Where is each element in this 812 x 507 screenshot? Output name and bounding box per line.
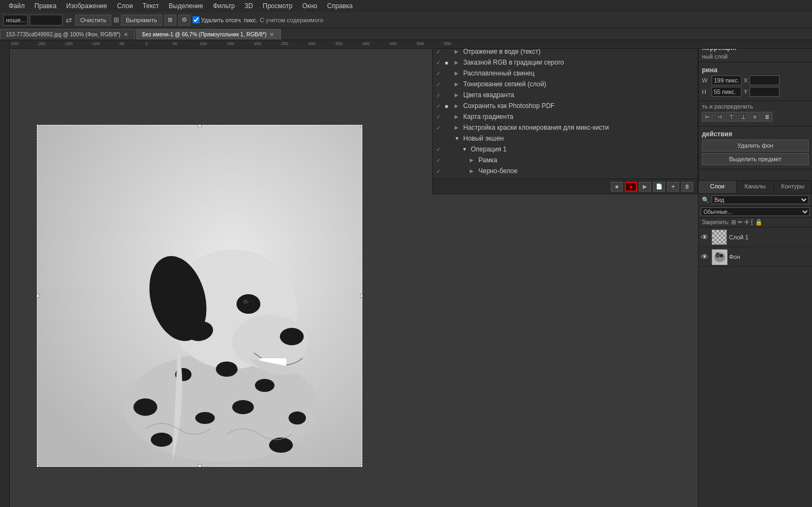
menu-filter[interactable]: Фильтр bbox=[209, 1, 239, 11]
op-item-6[interactable]: ✓ ▶ Тонирование сепией (слой) bbox=[433, 79, 698, 90]
ruler-tick: 100 bbox=[200, 41, 207, 46]
svg-point-10 bbox=[216, 362, 238, 377]
op-item-14[interactable]: ✓ ▶ Черно-белое bbox=[433, 166, 698, 176]
align-bottom-btn[interactable]: ≣ bbox=[762, 112, 772, 122]
actions-section: действия Удалить фон Выделить предмет bbox=[699, 126, 812, 169]
svg-point-12 bbox=[255, 379, 274, 392]
lock-artboard-icon[interactable]: ⟦ bbox=[751, 219, 753, 226]
svg-point-14 bbox=[289, 411, 306, 424]
op-check-13: ✓ bbox=[436, 157, 444, 163]
menu-bar: Файл Правка Изображение Слои Текст Выдел… bbox=[0, 0, 812, 12]
menu-layers[interactable]: Слои bbox=[113, 1, 137, 11]
document-tabs: 153-7735cd049992.jpg @ 100% (Фон, RGB/8*… bbox=[0, 28, 812, 40]
lock-label: Закрепить: bbox=[702, 219, 730, 225]
op-name-12: Операция 1 bbox=[471, 145, 694, 153]
tab-paths[interactable]: Контуры bbox=[774, 181, 812, 193]
delete-action-button[interactable]: 🗑 bbox=[681, 182, 693, 192]
new-action-button[interactable]: 📄 bbox=[653, 182, 665, 192]
lock-pixel-icon[interactable]: ✏ bbox=[738, 219, 743, 226]
layers-filter-row: 🔍 Вид bbox=[699, 194, 812, 206]
layer-item-1[interactable]: 👁 Слой 1 bbox=[699, 227, 812, 247]
ruler-tick: 450 bbox=[389, 41, 397, 46]
layer-item-2[interactable]: 👁 Фон bbox=[699, 247, 812, 267]
select-subject-button[interactable]: Выделить предмет bbox=[702, 153, 809, 165]
ruler-tick: -250 bbox=[10, 41, 18, 46]
blend-mode-select[interactable]: Обычные... bbox=[701, 207, 810, 216]
align-center-btn[interactable]: ⊣ bbox=[714, 112, 725, 122]
ruler-tick: -200 bbox=[37, 41, 46, 46]
handle-bc[interactable] bbox=[197, 465, 202, 467]
menu-edit[interactable]: Правка bbox=[30, 1, 61, 11]
layers-filter-select[interactable]: Вид bbox=[712, 195, 809, 204]
height-field[interactable] bbox=[712, 87, 741, 97]
handle-mr[interactable] bbox=[360, 294, 362, 298]
lock-all-icon[interactable]: 🔒 bbox=[755, 219, 763, 226]
tab-0[interactable]: 153-7735cd049992.jpg @ 100% (Фон, RGB/8*… bbox=[0, 29, 135, 40]
op-expand-6: ▶ bbox=[455, 81, 461, 87]
clear-button[interactable]: Очистить bbox=[75, 15, 111, 26]
tab-layers[interactable]: Слои bbox=[699, 181, 737, 193]
grid2-icon[interactable]: ⊞ bbox=[164, 15, 176, 26]
canvas-container[interactable] bbox=[37, 125, 362, 467]
layer-vis-1[interactable]: 👁 bbox=[701, 233, 709, 242]
width-input[interactable] bbox=[3, 15, 28, 26]
menu-select[interactable]: Выделение bbox=[164, 1, 208, 11]
menu-file[interactable]: Файл bbox=[4, 1, 29, 11]
lock-move-icon[interactable]: ✛ bbox=[744, 219, 749, 226]
align-button[interactable]: Выпрямить bbox=[121, 15, 162, 26]
ruler-tick: 250 bbox=[281, 41, 288, 46]
lock-pos-icon[interactable]: ⊞ bbox=[731, 219, 736, 226]
record-button[interactable]: ● bbox=[625, 182, 637, 192]
remove-bg-button[interactable]: Удалить фон bbox=[702, 140, 809, 151]
remove-slice-checkbox[interactable] bbox=[193, 16, 200, 23]
handle-br[interactable] bbox=[360, 465, 362, 467]
remove-slice-label[interactable]: Удалить отсеч. пикс. bbox=[193, 16, 258, 23]
x-label: X bbox=[744, 77, 747, 84]
tab-1[interactable]: Без имени-1 @ 66,7% (Прямоугольник 1, RG… bbox=[136, 29, 281, 40]
menu-text[interactable]: Текст bbox=[138, 1, 163, 11]
height-input[interactable] bbox=[30, 15, 62, 26]
add-action-button[interactable]: + bbox=[667, 182, 679, 192]
layers-blend-row: Обычные... bbox=[699, 206, 812, 218]
op-item-12[interactable]: ✓ ▼ Операция 1 bbox=[433, 144, 698, 155]
op-item-10[interactable]: ✓ ▶ Настройка краски клонирования для ми… bbox=[433, 122, 698, 133]
tab-1-close[interactable]: ✕ bbox=[268, 31, 275, 37]
op-item-11[interactable]: ▼ Новый экшен bbox=[433, 133, 698, 144]
settings-icon[interactable]: ⚙ bbox=[178, 15, 190, 26]
layer-vis-2[interactable]: 👁 bbox=[701, 252, 709, 261]
stop-button[interactable]: ■ bbox=[611, 182, 623, 192]
swap-icon[interactable]: ⇄ bbox=[65, 16, 73, 24]
handle-bl[interactable] bbox=[37, 465, 39, 467]
op-item-5[interactable]: ✓ ▶ Расплавленный свинец bbox=[433, 68, 698, 79]
play-button[interactable]: ▶ bbox=[639, 182, 651, 192]
tab-channels[interactable]: Каналы bbox=[737, 181, 775, 193]
handle-tr[interactable] bbox=[360, 125, 362, 127]
menu-3d[interactable]: 3D bbox=[240, 1, 257, 11]
frame-label: рина bbox=[702, 65, 809, 75]
align-buttons-row: ⊢ ⊣ ⊤ ⊥ ≡ ≣ bbox=[702, 112, 809, 122]
op-item-13[interactable]: ✓ ▶ Рамка bbox=[433, 155, 698, 166]
menu-help[interactable]: Справка bbox=[323, 1, 357, 11]
menu-view[interactable]: Просмотр bbox=[258, 1, 297, 11]
menu-image[interactable]: Изображение bbox=[62, 1, 112, 11]
align-top-btn[interactable]: ⊥ bbox=[738, 112, 749, 122]
op-expand-12: ▼ bbox=[462, 147, 469, 152]
op-item-4[interactable]: ✓ ■ ▶ Заказной RGB в градации серого bbox=[433, 57, 698, 68]
op-item-8[interactable]: ✓ ■ ▶ Сохранить как Photoshop PDF bbox=[433, 100, 698, 111]
align-right-btn[interactable]: ⊤ bbox=[726, 112, 737, 122]
handle-tc[interactable] bbox=[197, 125, 202, 127]
tab-0-close[interactable]: ✕ bbox=[123, 31, 129, 37]
align-middle-btn[interactable]: ≡ bbox=[750, 112, 760, 122]
op-item-7[interactable]: ✓ ▶ Цвета квадранта bbox=[433, 90, 698, 100]
x-field[interactable] bbox=[750, 75, 779, 85]
search-icon: 🔍 bbox=[702, 197, 709, 204]
y-field[interactable] bbox=[750, 87, 779, 97]
width-label: W bbox=[702, 77, 709, 84]
op-item-9[interactable]: ✓ ▶ Карта градиента bbox=[433, 111, 698, 122]
ruler-tick: 300 bbox=[308, 41, 315, 46]
align-left-btn[interactable]: ⊢ bbox=[702, 112, 713, 122]
handle-tl[interactable] bbox=[37, 125, 39, 127]
width-field[interactable] bbox=[712, 75, 741, 85]
handle-ml[interactable] bbox=[37, 294, 39, 298]
menu-window[interactable]: Окно bbox=[298, 1, 322, 11]
